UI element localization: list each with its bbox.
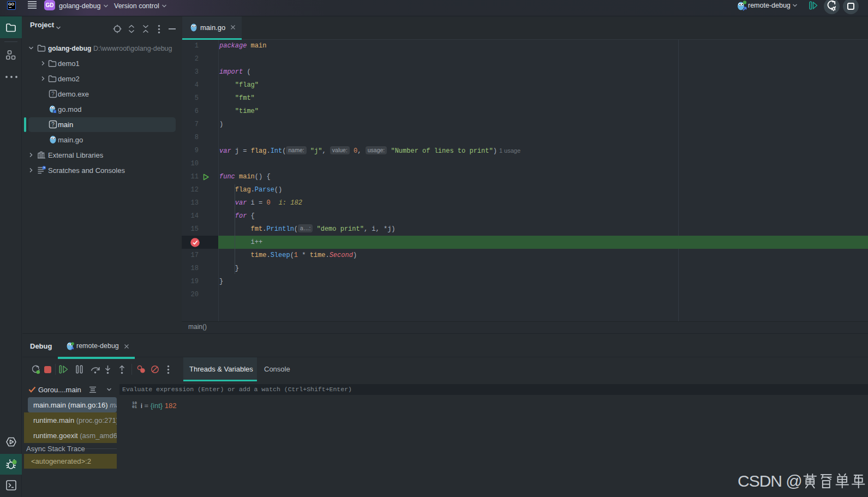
svg-text:?: ? [51,122,55,128]
svg-text:?: ? [51,91,55,97]
